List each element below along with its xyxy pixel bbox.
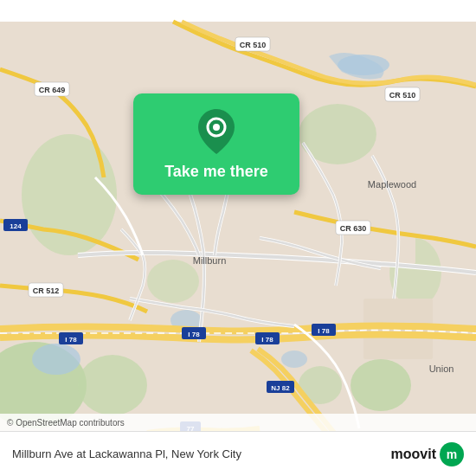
svg-text:CR 510: CR 510 bbox=[240, 41, 267, 49]
bottom-bar: Millburn Ave at Lackawanna Pl, New York … bbox=[0, 431, 476, 476]
svg-text:124: 124 bbox=[10, 222, 22, 230]
svg-text:CR 649: CR 649 bbox=[39, 86, 66, 94]
svg-text:Maplewood: Maplewood bbox=[368, 179, 416, 190]
map-background: CR 510 CR 510 CR 649 CR 630 CR 512 I 78 … bbox=[0, 0, 476, 476]
moovit-text: moovit bbox=[391, 447, 436, 462]
svg-point-3 bbox=[78, 355, 147, 415]
copyright-text: © OpenStreetMap contributors bbox=[7, 418, 125, 428]
svg-point-12 bbox=[281, 351, 307, 368]
moovit-icon: m bbox=[440, 442, 464, 466]
map-container: CR 510 CR 510 CR 649 CR 630 CR 512 I 78 … bbox=[0, 0, 476, 476]
svg-text:I 78: I 78 bbox=[65, 336, 77, 344]
take-me-there-button[interactable]: Take me there bbox=[147, 163, 286, 181]
svg-text:CR 512: CR 512 bbox=[33, 286, 60, 295]
svg-text:Millburn: Millburn bbox=[193, 255, 227, 266]
svg-point-4 bbox=[147, 260, 199, 303]
svg-text:CR 510: CR 510 bbox=[389, 91, 416, 100]
svg-text:NJ 82: NJ 82 bbox=[271, 384, 290, 392]
svg-point-10 bbox=[32, 344, 80, 375]
svg-point-44 bbox=[213, 124, 220, 131]
svg-text:I 78: I 78 bbox=[188, 331, 200, 338]
svg-text:CR 630: CR 630 bbox=[340, 224, 367, 233]
copyright-bar: © OpenStreetMap contributors bbox=[0, 414, 476, 431]
svg-point-1 bbox=[22, 134, 117, 255]
location-pin-icon bbox=[198, 109, 235, 154]
svg-text:I 78: I 78 bbox=[261, 336, 273, 344]
svg-text:I 78: I 78 bbox=[318, 327, 330, 335]
popup-card[interactable]: Take me there bbox=[133, 93, 299, 195]
moovit-logo: moovit m bbox=[391, 442, 464, 466]
svg-point-7 bbox=[351, 359, 411, 411]
svg-text:Union: Union bbox=[429, 363, 454, 374]
location-label: Millburn Ave at Lackawanna Pl, New York … bbox=[12, 447, 241, 460]
